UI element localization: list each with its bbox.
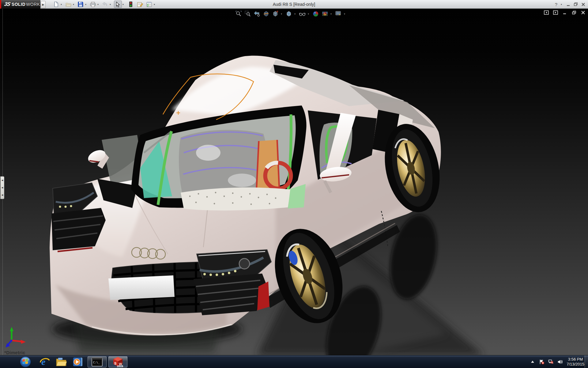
brand-name-bold: SOLID bbox=[12, 2, 25, 7]
window-title: Audi R8 S [Read-only] bbox=[172, 0, 417, 9]
action-center-icon[interactable] bbox=[539, 359, 545, 365]
taskbar: e C:\_ bbox=[0, 355, 588, 368]
volume-icon[interactable] bbox=[557, 359, 563, 365]
close-icon bbox=[582, 3, 585, 6]
up-arrow-icon bbox=[531, 360, 534, 363]
model-render-audi-r8[interactable] bbox=[0, 9, 588, 355]
app-restore-button[interactable] bbox=[572, 1, 579, 8]
internet-explorer-icon: e bbox=[40, 357, 50, 367]
network-disconnected-icon bbox=[548, 359, 554, 365]
windows-start-orb-icon bbox=[20, 356, 31, 368]
print-button[interactable] bbox=[89, 1, 97, 8]
taskbar-item-windows-explorer[interactable] bbox=[54, 356, 69, 367]
title-bar: 3S SOLID WORKS ▶ ▾ ▾ ▾ bbox=[0, 0, 588, 9]
solidworks-logo[interactable]: 3S SOLID WORKS bbox=[1, 0, 40, 9]
desktop-screen: 3S SOLID WORKS ▶ ▾ ▾ ▾ bbox=[0, 0, 588, 368]
start-button[interactable] bbox=[17, 356, 34, 367]
taskbar-item-command-prompt[interactable]: C:\_ bbox=[88, 356, 107, 367]
help-button[interactable]: ? bbox=[552, 1, 560, 8]
network-status-icon[interactable] bbox=[548, 359, 554, 365]
clock-date: 7/13/2015 bbox=[567, 362, 584, 367]
select-button[interactable] bbox=[114, 1, 122, 8]
save-dropdown-arrow[interactable]: ▾ bbox=[85, 3, 88, 6]
graphics-viewport[interactable]: ◀ ◀ ◀ bbox=[0, 9, 588, 355]
svg-text:S: S bbox=[114, 362, 116, 365]
rebuild-button[interactable] bbox=[127, 1, 135, 8]
help-dropdown-arrow[interactable]: ▾ bbox=[561, 3, 564, 6]
help-glyph: ? bbox=[555, 2, 557, 7]
restore-icon bbox=[574, 2, 578, 6]
license-plate bbox=[108, 275, 175, 300]
file-properties-icon bbox=[137, 2, 143, 7]
solidworks-2015-icon: S W 2015 bbox=[112, 356, 124, 367]
print-dropdown-arrow[interactable]: ▾ bbox=[97, 3, 100, 6]
options-dropdown-arrow[interactable]: ▾ bbox=[154, 3, 156, 6]
print-icon bbox=[90, 2, 96, 7]
menu-expand-arrow[interactable]: ▶ bbox=[41, 1, 46, 8]
new-dropdown-arrow[interactable]: ▾ bbox=[61, 3, 63, 6]
command-prompt-icon: C:\_ bbox=[92, 357, 103, 366]
app-close-button[interactable] bbox=[579, 1, 587, 8]
reference-triad bbox=[6, 327, 26, 347]
media-player-icon bbox=[73, 357, 83, 367]
system-tray: 3:56 PM 7/13/2015 bbox=[530, 355, 584, 368]
undo-dropdown-arrow[interactable]: ▾ bbox=[110, 3, 112, 6]
flag-alert-icon bbox=[539, 359, 545, 365]
speaker-icon bbox=[557, 359, 563, 365]
undo-button[interactable] bbox=[101, 1, 109, 8]
taskbar-item-solidworks[interactable]: S W 2015 bbox=[108, 356, 127, 367]
app-minimize-button[interactable] bbox=[565, 1, 572, 8]
taskbar-item-media-player[interactable] bbox=[70, 356, 85, 367]
clock-time: 3:56 PM bbox=[567, 357, 584, 362]
open-button[interactable] bbox=[64, 1, 72, 8]
minimize-icon bbox=[567, 3, 570, 6]
open-dropdown-arrow[interactable]: ▾ bbox=[73, 3, 76, 6]
show-desktop-button[interactable] bbox=[585, 355, 588, 368]
rebuild-traffic-light-icon bbox=[129, 2, 132, 7]
sw-year-label: 2015 bbox=[117, 365, 123, 367]
undo-arrow-icon bbox=[102, 2, 108, 7]
folder-icon bbox=[56, 357, 67, 366]
view-orientation-label: *Dimetric bbox=[4, 350, 25, 355]
options-checklist-icon bbox=[146, 2, 152, 7]
taskbar-clock[interactable]: 3:56 PM 7/13/2015 bbox=[567, 357, 584, 367]
open-folder-icon bbox=[66, 2, 71, 7]
file-properties-button[interactable] bbox=[136, 1, 144, 8]
windshield bbox=[131, 105, 306, 210]
taskbar-item-internet-explorer[interactable]: e bbox=[37, 356, 52, 367]
show-hidden-icons-button[interactable] bbox=[530, 359, 535, 365]
ds-logo-glyph: 3S bbox=[4, 1, 11, 7]
save-floppy-icon bbox=[78, 2, 83, 7]
select-dropdown-arrow[interactable]: ▾ bbox=[123, 3, 125, 6]
new-button[interactable] bbox=[52, 1, 60, 8]
new-document-icon bbox=[53, 2, 59, 7]
select-cursor-icon bbox=[116, 2, 120, 7]
right-intake bbox=[194, 274, 270, 315]
cmd-prompt-text: C:\_ bbox=[93, 361, 100, 364]
save-button[interactable] bbox=[77, 1, 85, 8]
options-button[interactable] bbox=[145, 1, 153, 8]
